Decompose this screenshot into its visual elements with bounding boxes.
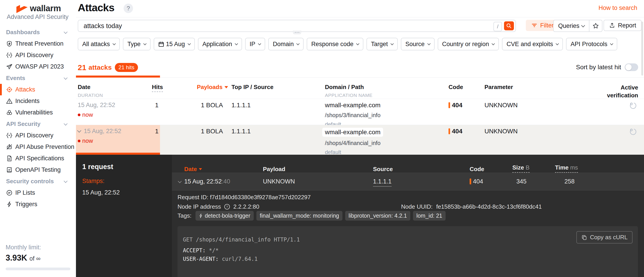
active-verification-cell[interactable] (629, 102, 644, 110)
col-code[interactable]: Code (448, 84, 484, 91)
search-resize-handle[interactable] (293, 31, 301, 34)
svg-text:IP: IP (8, 192, 10, 194)
col-top-ip[interactable]: Top IP / Source (232, 84, 325, 91)
sidebar-nav: Dashboards Threat Prevention API Discove… (0, 27, 76, 210)
report-button[interactable]: Report (604, 20, 642, 31)
search-input[interactable] (83, 21, 488, 31)
chip-target[interactable]: Target (366, 38, 398, 50)
copy-icon (581, 234, 587, 240)
tag-chip[interactable]: final_wallarm_mode: monitoring (256, 211, 342, 220)
monthly-limit-value: 3.93K (6, 253, 27, 262)
col-payloads[interactable]: Payloads (197, 84, 230, 91)
collapse-chevron-icon[interactable] (77, 128, 81, 132)
attack-domain[interactable]: wmall-example.com (322, 128, 383, 137)
chip-api-protocols[interactable]: API Protocols (566, 38, 617, 50)
results-summary: 21 attacks 21 hits (78, 63, 138, 72)
sidebar-item-attacks[interactable]: Attacks (0, 84, 76, 95)
attack-payloads[interactable]: 1 BOLA (197, 102, 230, 109)
col-hits[interactable]: Hits (152, 84, 163, 92)
how-to-search-link[interactable]: How to search (598, 5, 637, 12)
col-application: APPLICATION NAME (325, 93, 448, 98)
sort-toggle[interactable] (625, 63, 638, 71)
node-line: Node IP address ? 2.2.2.2:80 Node UUID: … (178, 203, 542, 210)
attack-top-ip[interactable]: 1.1.1.1 (230, 128, 325, 135)
sidebar-section-security-controls[interactable]: Security controls (0, 176, 76, 187)
attack-row-expanded[interactable]: 15 Aug, 22:52 now 1 1 BOLA 1.1.1.1 wmall… (76, 125, 644, 155)
attack-path: /shops/3/financial_info (325, 112, 448, 119)
sidebar-item-threat-prevention[interactable]: Threat Prevention (0, 38, 76, 50)
main-content: Attacks ? How to search / Filter Queries (76, 0, 644, 277)
sidebar-item-api-discovery[interactable]: API Discovery (0, 50, 76, 61)
search-button[interactable] (504, 21, 514, 30)
req-col-source[interactable]: Source (373, 166, 470, 173)
brand-name: wallarm (30, 4, 61, 13)
copy-as-curl-button[interactable]: Copy as cURL (576, 231, 632, 243)
sidebar-item-vulnerabilities[interactable]: Vulnerabilities (0, 107, 76, 118)
item-label: OpenAPI Testing (15, 166, 61, 173)
request-time: 258 (555, 178, 598, 185)
active-verification-cell[interactable] (629, 128, 644, 136)
chevron-down-icon (143, 42, 146, 45)
attack-top-ip[interactable]: 1.1.1.1 (230, 102, 325, 109)
col-date[interactable]: Date (78, 84, 152, 91)
chip-cve[interactable]: CVE and exploits (502, 38, 563, 50)
attack-payloads[interactable]: 1 BOLA (197, 128, 230, 135)
attack-path: /shops/4/financial_info (325, 140, 448, 146)
req-col-time[interactable]: Time ms (555, 164, 578, 173)
sidebar-item-api-discovery-2[interactable]: API Discovery (0, 130, 76, 141)
page-help-icon[interactable]: ? (124, 4, 133, 13)
sidebar-item-api-abuse-prevention[interactable]: API Abuse Prevention (0, 141, 76, 153)
sidebar-section-api-security[interactable]: API Security (0, 118, 76, 130)
sidebar-item-owasp-api-2023[interactable]: OWASP API 2023 (0, 61, 76, 72)
chevron-down-icon (581, 24, 585, 28)
request-row[interactable]: 15 Aug, 22:52:40 UNKNOWN 1.1.1.1 404 345… (172, 173, 644, 190)
attacks-table-header: Date DURATION Hits Payloads Top IP / Sou… (76, 80, 644, 99)
chip-ip[interactable]: IP (245, 38, 265, 50)
attack-count: 21 (78, 63, 86, 72)
sidebar-item-incidents[interactable]: Incidents (0, 95, 76, 107)
chip-country[interactable]: Country or region (438, 38, 499, 50)
sidebar-item-ip-lists[interactable]: IP IP Lists (0, 187, 76, 198)
chip-source[interactable]: Source (401, 38, 434, 50)
req-col-code[interactable]: Code (470, 166, 512, 173)
item-label: Vulnerabilities (15, 109, 53, 116)
http-header-name: ACCEPT: (183, 247, 206, 254)
request-source[interactable]: 1.1.1.1 (373, 178, 392, 187)
tag-chip[interactable]: libproton_version: 4.2.1 (345, 211, 410, 220)
scrollbar-thumb[interactable] (641, 22, 643, 76)
wallarm-logo-icon (16, 5, 28, 13)
chip-domain[interactable]: Domain (268, 38, 304, 50)
chip-type[interactable]: Type (123, 38, 150, 50)
node-ip-label: Node IP address (178, 203, 221, 210)
tag-chip[interactable]: detect-bola-trigger (196, 211, 254, 220)
tags-line: Tags: detect-bola-trigger final_wallarm_… (178, 211, 446, 220)
attack-domain[interactable]: wmall-example.com (325, 102, 448, 109)
attack-row[interactable]: 15 Aug, 22:52 now 1 1 BOLA 1.1.1.1 wmall… (76, 99, 644, 125)
monthly-limit-label: Monthly limit: (6, 244, 70, 251)
tag-chip[interactable]: lom_id: 21 (413, 211, 446, 220)
req-col-size[interactable]: Size B (512, 164, 530, 173)
chip-response-code[interactable]: Response code (307, 38, 363, 50)
sidebar-item-api-specifications[interactable]: API Specifications (0, 153, 76, 164)
sidebar-item-openapi-testing[interactable]: OpenAPI Testing (0, 164, 76, 176)
sidebar-section-dashboards[interactable]: Dashboards (0, 27, 76, 38)
col-parameter[interactable]: Parameter (484, 84, 590, 91)
attack-duration: now (78, 137, 152, 144)
chip-date[interactable]: 15 Aug (154, 38, 195, 50)
attack-date: 15 Aug, 22:52 (78, 102, 152, 109)
question-circle-icon[interactable]: ? (224, 204, 230, 210)
stamp-value: 15 Aug, 22:52 (82, 189, 172, 196)
expand-chevron-icon[interactable] (178, 179, 182, 183)
sidebar-item-triggers[interactable]: Triggers (0, 198, 76, 210)
queries-button[interactable]: Queries (554, 20, 589, 32)
favorite-query-button[interactable] (589, 20, 602, 32)
req-col-payload[interactable]: Payload (263, 166, 373, 173)
chip-all-attacks[interactable]: All attacks (78, 38, 120, 50)
sidebar-section-events[interactable]: Events (0, 72, 76, 84)
detail-summary-pane: 1 request Stamps: 15 Aug, 22:52 (76, 155, 172, 277)
attack-parameter: UNKNOWN (484, 128, 590, 135)
chip-application[interactable]: Application (198, 38, 242, 50)
col-domain[interactable]: Domain / Path (325, 84, 448, 91)
req-col-date[interactable]: Date (184, 166, 263, 173)
chevron-down-icon (112, 42, 116, 45)
